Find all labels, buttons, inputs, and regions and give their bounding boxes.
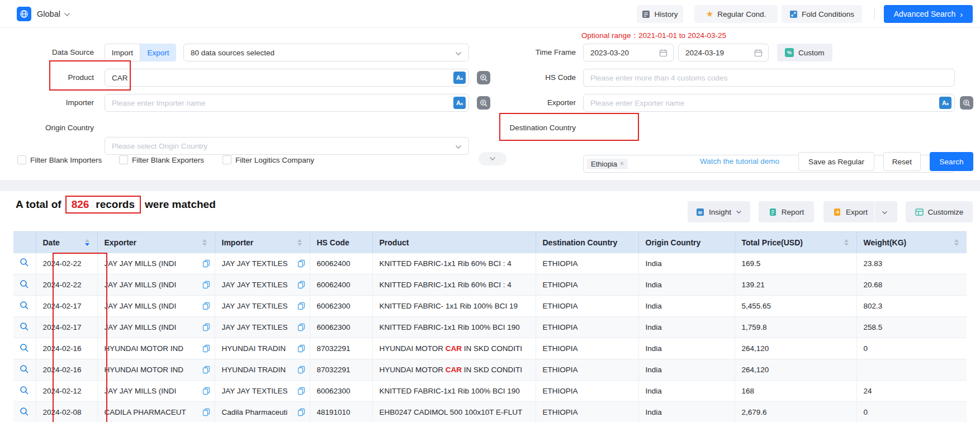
copy-icon[interactable] bbox=[202, 366, 210, 374]
copy-icon[interactable] bbox=[297, 281, 305, 289]
translate-icon[interactable]: Aa bbox=[453, 97, 466, 109]
export-toggle-button[interactable]: Export bbox=[140, 44, 176, 61]
row-detail-cell[interactable] bbox=[13, 296, 36, 317]
date-cell: 2024-02-16 bbox=[36, 359, 97, 381]
date-cell: 2024-02-22 bbox=[36, 253, 97, 274]
chevron-right-icon: › bbox=[960, 10, 963, 19]
row-detail-cell[interactable] bbox=[13, 381, 36, 402]
region-selector-label[interactable]: Global bbox=[37, 0, 60, 28]
fold-conditions-label: Fold Conditions bbox=[802, 10, 854, 18]
view-detail-icon[interactable] bbox=[20, 343, 29, 353]
data-sources-value: 80 data sources selected bbox=[191, 49, 274, 57]
sort-carets[interactable] bbox=[954, 239, 959, 246]
reset-button[interactable]: Reset bbox=[883, 152, 921, 171]
hs-code-input[interactable] bbox=[583, 69, 955, 87]
export-dropdown-button[interactable] bbox=[875, 208, 894, 216]
filter-logistics-company-checkbox[interactable]: Filter Logitics Company bbox=[222, 155, 314, 164]
column-header-date[interactable]: Date bbox=[36, 232, 97, 253]
chevron-down-icon[interactable] bbox=[64, 12, 70, 17]
row-detail-cell[interactable] bbox=[13, 402, 36, 422]
tutorial-demo-link[interactable]: Watch the tutorial demo bbox=[700, 157, 779, 165]
column-header-exporter[interactable]: Exporter bbox=[97, 232, 215, 253]
copy-icon[interactable] bbox=[202, 323, 210, 331]
copy-icon[interactable] bbox=[297, 366, 305, 374]
regular-cond-button[interactable]: ★ Regular Cond. bbox=[694, 5, 778, 23]
sort-carets[interactable] bbox=[844, 239, 849, 246]
fold-conditions-button[interactable]: Fold Conditions bbox=[782, 5, 862, 23]
view-detail-icon[interactable] bbox=[20, 407, 29, 416]
origin-country-select[interactable]: Please select Origin Country bbox=[105, 137, 469, 155]
product-cell: KNITTED FABRIC-1x1 Rib 60% BCI : 4 bbox=[372, 253, 536, 274]
copy-icon[interactable] bbox=[297, 387, 305, 395]
weight-cell: 0 bbox=[856, 338, 967, 359]
row-detail-cell[interactable] bbox=[13, 253, 36, 274]
report-button[interactable]: Report bbox=[759, 201, 814, 222]
copy-icon[interactable] bbox=[202, 344, 210, 353]
copy-icon[interactable] bbox=[297, 408, 305, 416]
sort-carets[interactable] bbox=[202, 239, 207, 246]
exporter-input[interactable] bbox=[583, 94, 955, 112]
column-header-importer[interactable]: Importer bbox=[215, 232, 310, 253]
export-button[interactable]: Export bbox=[826, 208, 874, 216]
svg-text:BI: BI bbox=[698, 211, 702, 215]
exact-match-icon[interactable] bbox=[960, 96, 973, 110]
checkbox-icon[interactable] bbox=[119, 155, 128, 164]
column-header-total_price[interactable]: Total Price(USD) bbox=[735, 232, 856, 253]
translate-icon[interactable]: Aa bbox=[453, 72, 466, 84]
hs-code-cell: 60062300 bbox=[310, 317, 372, 338]
row-detail-cell[interactable] bbox=[13, 359, 36, 381]
end-date-input[interactable]: 2024-03-19 bbox=[678, 44, 769, 61]
start-date-input[interactable]: 2023-03-20 bbox=[583, 44, 674, 61]
checkbox-icon[interactable] bbox=[17, 155, 26, 164]
row-detail-cell[interactable] bbox=[13, 338, 36, 359]
remove-tag-icon[interactable]: × bbox=[620, 160, 624, 168]
copy-icon[interactable] bbox=[202, 408, 210, 416]
destination-country-label: Destination Country bbox=[480, 119, 576, 137]
search-button[interactable]: Search bbox=[930, 152, 973, 171]
importer-cell: JAY JAY TEXTILES bbox=[215, 317, 310, 338]
view-detail-icon[interactable] bbox=[20, 364, 29, 374]
date-cell: 2024-02-16 bbox=[36, 338, 97, 359]
copy-icon[interactable] bbox=[297, 259, 305, 268]
sort-carets[interactable] bbox=[85, 239, 89, 246]
custom-range-button[interactable]: % Custom bbox=[777, 44, 832, 61]
copy-icon[interactable] bbox=[202, 387, 210, 395]
view-detail-icon[interactable] bbox=[20, 258, 29, 267]
date-cell: 2024-02-12 bbox=[36, 381, 97, 402]
translate-icon[interactable]: Aa bbox=[939, 97, 951, 109]
history-button[interactable]: History bbox=[637, 5, 683, 23]
copy-icon[interactable] bbox=[202, 302, 210, 310]
filter-blank-importers-checkbox[interactable]: Filter Blank Importers bbox=[17, 155, 102, 164]
view-detail-icon[interactable] bbox=[20, 301, 29, 310]
copy-icon[interactable] bbox=[202, 281, 210, 289]
save-as-regular-button[interactable]: Save as Regular bbox=[798, 152, 874, 171]
import-toggle-button[interactable]: Import bbox=[105, 44, 140, 61]
chevron-down-icon bbox=[489, 157, 496, 161]
product-cell: HYUNDAI MOTOR CAR IN SKD CONDITI bbox=[372, 359, 536, 381]
customize-label: Customize bbox=[928, 208, 964, 216]
customize-button[interactable]: Customize bbox=[906, 201, 973, 222]
sort-carets[interactable] bbox=[297, 239, 302, 246]
exporter-field-wrap: Aa bbox=[583, 94, 955, 112]
product-cell: EHB0247 CADIMOL 500 100x10T E-FLUT bbox=[372, 402, 536, 422]
checkbox-label: Filter Blank Exporters bbox=[132, 156, 204, 164]
view-detail-icon[interactable] bbox=[20, 386, 29, 395]
row-detail-cell[interactable] bbox=[13, 274, 36, 296]
copy-icon[interactable] bbox=[297, 302, 305, 310]
view-detail-icon[interactable] bbox=[20, 322, 29, 331]
importer-input[interactable] bbox=[105, 94, 469, 112]
data-sources-select[interactable]: 80 data sources selected bbox=[183, 44, 469, 61]
product-input[interactable] bbox=[105, 69, 469, 87]
copy-icon[interactable] bbox=[297, 344, 305, 353]
copy-icon[interactable] bbox=[297, 323, 305, 331]
collapse-conditions-button[interactable] bbox=[479, 152, 506, 165]
copy-icon[interactable] bbox=[202, 259, 210, 268]
filter-blank-exporters-checkbox[interactable]: Filter Blank Exporters bbox=[119, 155, 204, 164]
checkbox-icon[interactable] bbox=[222, 155, 231, 164]
globe-icon bbox=[20, 10, 29, 18]
insight-button[interactable]: BI Insight bbox=[688, 201, 750, 222]
row-detail-cell[interactable] bbox=[13, 317, 36, 338]
column-header-weight[interactable]: Weight(KG) bbox=[856, 232, 967, 253]
advanced-search-button[interactable]: Advanced Search › bbox=[884, 5, 973, 23]
view-detail-icon[interactable] bbox=[20, 279, 29, 289]
